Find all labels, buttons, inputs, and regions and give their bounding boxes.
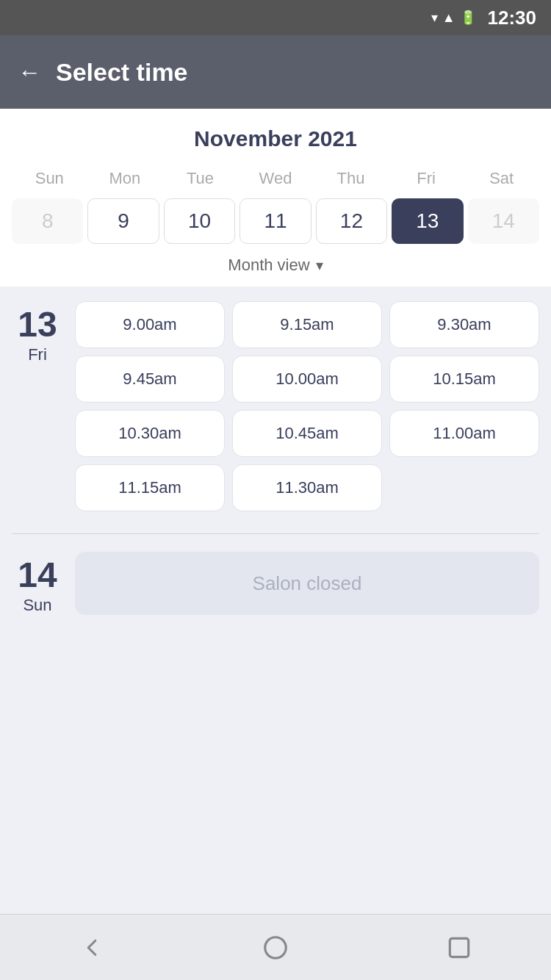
week-row: 8 9 10 11 12 13 14 [12,198,539,244]
day-block-14: 14 Sun Salon closed [12,552,539,615]
header: ← Select time [0,35,551,109]
slot-900am[interactable]: 9.00am [75,301,225,348]
slot-1045am[interactable]: 10.45am [232,410,382,457]
slot-930am[interactable]: 9.30am [389,301,539,348]
day-cell-8: 8 [12,198,83,244]
month-view-label: Month view [228,256,309,275]
salon-closed-label: Salon closed [75,552,539,615]
day-cell-13[interactable]: 13 [392,198,463,244]
day-number-14: 14 [18,558,57,593]
slot-1130am[interactable]: 11.30am [232,464,382,511]
day-name-13: Fri [28,345,47,364]
nav-home-button[interactable] [253,926,298,970]
day-block-13: 13 Fri 9.00am 9.15am 9.30am 9.45am 10.00… [12,301,539,511]
nav-home-icon [262,934,289,962]
day-label-13: 13 Fri [12,301,63,511]
slots-grid-13: 9.00am 9.15am 9.30am 9.45am 10.00am 10.1… [75,301,539,511]
day-label-14: 14 Sun [12,552,63,615]
nav-recents-button[interactable] [437,926,481,970]
slot-1100am[interactable]: 11.00am [389,410,539,457]
day-header-sun: Sun [12,166,87,191]
slot-1115am[interactable]: 11.15am [75,464,225,511]
day-cell-14: 14 [468,198,539,244]
day-header-mon: Mon [87,166,163,191]
page-title: Select time [56,58,188,87]
day-cell-10[interactable]: 10 [164,198,235,244]
time-slots-section: 13 Fri 9.00am 9.15am 9.30am 9.45am 10.00… [0,287,551,914]
day-cell-11[interactable]: 11 [240,198,311,244]
month-title: November 2021 [12,126,539,151]
signal-icon: ▲ [442,10,455,26]
divider [12,533,539,534]
chevron-down-icon: ▾ [316,256,323,274]
day-header-sat: Sat [464,166,539,191]
wifi-icon: ▾ [431,10,438,26]
day-header-thu: Thu [313,166,389,191]
day-name-14: Sun [23,596,51,615]
day-number-13: 13 [18,307,57,342]
slot-915am[interactable]: 9.15am [232,301,382,348]
status-icons: ▾ ▲ 🔋 [431,10,476,26]
slot-1015am[interactable]: 10.15am [389,356,539,403]
day-cell-9[interactable]: 9 [87,198,159,244]
month-view-toggle[interactable]: Month view ▾ [12,256,539,275]
day-header-wed: Wed [238,166,314,191]
slot-1030am[interactable]: 10.30am [75,410,225,457]
nav-bar [0,914,551,980]
calendar-section: November 2021 Sun Mon Tue Wed Thu Fri Sa… [0,109,551,287]
day-cell-12[interactable]: 12 [316,198,387,244]
slot-945am[interactable]: 9.45am [75,356,225,403]
back-button[interactable]: ← [18,59,41,86]
svg-rect-1 [450,938,468,956]
svg-point-0 [265,937,287,958]
slot-1000am[interactable]: 10.00am [232,356,382,403]
day-header-fri: Fri [389,166,464,191]
nav-back-button[interactable] [70,926,114,970]
nav-recents-icon [445,934,473,962]
day-headers: Sun Mon Tue Wed Thu Fri Sat [12,166,539,191]
battery-icon: 🔋 [460,10,476,26]
day-header-tue: Tue [162,166,238,191]
status-time: 12:30 [488,7,537,29]
nav-back-icon [78,934,106,962]
status-bar: ▾ ▲ 🔋 12:30 [0,0,551,35]
